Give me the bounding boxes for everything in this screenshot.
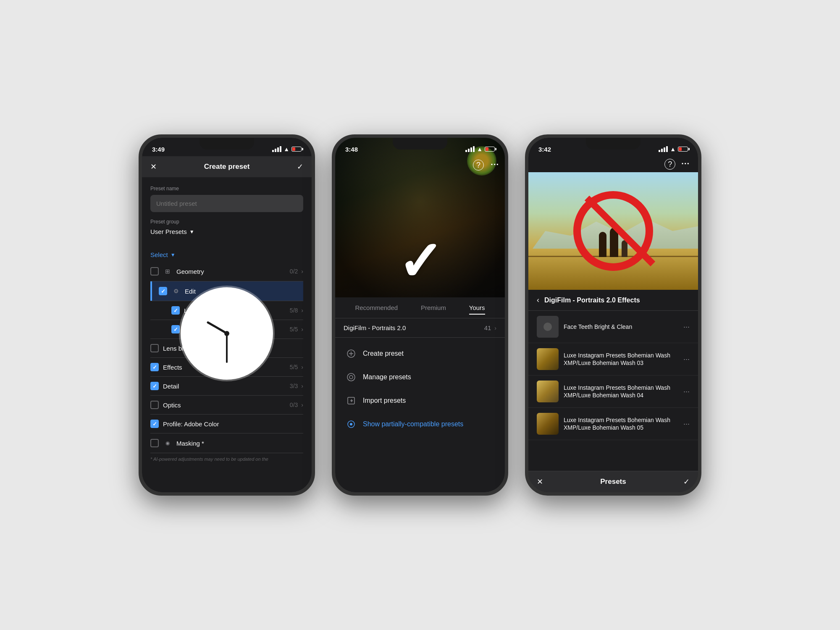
checkbox-edit[interactable] [159,287,167,295]
clock-overlay [181,287,273,380]
clock-center [224,331,229,336]
svg-point-8 [350,423,352,425]
preset-item-luxe-04[interactable]: Luxe Instagram Presets Bohemian Wash XMP… [528,375,698,408]
luxe-05-name: Luxe Instagram Presets Bohemian Wash XMP… [564,416,678,431]
battery-icon [291,147,302,152]
menu-manage-presets[interactable]: Manage presets [335,365,505,389]
detail-label: Detail [163,383,179,390]
import-presets-label: Import presets [363,397,406,404]
face-teeth-thumb [537,316,559,338]
preset-item-luxe-05[interactable]: Luxe Instagram Presets Bohemian Wash XMP… [528,408,698,440]
masking-icon: ◉ [163,438,172,448]
signal-icon-2 [465,146,475,152]
battery-icon-3 [678,147,688,152]
tab-recommended[interactable]: Recommended [355,304,398,315]
no-circle [573,191,653,271]
more-icon-2[interactable]: ··· [491,160,499,169]
bottom-bar-3: ✕ Presets ✓ [528,471,698,492]
preset-group-dropdown[interactable]: User Presets ▼ [150,228,303,235]
preset-item-face-teeth[interactable]: Face Teeth Bright & Clean ··· [528,311,698,343]
clock-minute-hand [226,333,228,363]
tab-premium[interactable]: Premium [421,304,446,315]
digifilm-preset-row[interactable]: DigiFilm - Portraits 2.0 41 › [335,318,505,338]
select-chevron-icon: ▼ [171,252,176,258]
signal-icon [272,146,281,152]
checkmark-overlay: ✓ [397,234,443,289]
geometry-chevron-icon: › [301,268,303,275]
preset-name-input[interactable] [150,195,303,212]
svg-point-4 [349,375,353,379]
menu-create-preset[interactable]: Create preset [335,342,505,365]
checkbox-geometry[interactable] [150,267,159,276]
checkbox-optics[interactable] [150,401,159,409]
tab-yours[interactable]: Yours [469,304,485,315]
status-time-1: 3:49 [152,146,165,153]
checkbox-color[interactable] [171,325,180,333]
checkbox-detail[interactable] [150,382,159,390]
masking-label: Masking * [176,440,204,447]
checkbox-lens-blur[interactable] [150,344,159,352]
preset-group-value: User Presets [150,228,187,235]
confirm-button[interactable]: ✓ [297,162,303,171]
help-icon-3[interactable]: ? [664,159,675,170]
bottom-confirm-button[interactable]: ✓ [683,477,690,486]
svg-point-3 [347,373,355,381]
geometry-label: Geometry [176,268,204,275]
optics-count: 0/3 [290,402,298,408]
edit-label: Edit [185,288,196,295]
signal-icon-3 [659,146,668,152]
settings-item-geometry[interactable]: ⊞ Geometry 0/2 › [150,262,303,281]
preset-row-count: 41 [484,324,491,331]
face-teeth-more-icon[interactable]: ··· [683,323,690,331]
more-icon-3[interactable]: ··· [681,159,690,170]
checkbox-masking[interactable] [150,439,159,447]
menu-list-2: Create preset Manage presets [335,338,505,440]
menu-show-compatible[interactable]: Show partially-compatible presets [335,412,505,436]
menu-import-presets[interactable]: Import presets [335,389,505,412]
luxe-03-name: Luxe Instagram Presets Bohemian Wash XMP… [564,352,678,367]
family-photo [528,172,698,290]
help-icon-2[interactable]: ? [473,160,484,171]
status-bar-3: 3:42 ▲ [528,138,698,156]
manage-presets-label: Manage presets [363,373,411,381]
footnote-1: * AI-powered adjustments may need to be … [142,453,312,465]
effects-chevron-icon: › [301,364,303,370]
wifi-icon-3: ▲ [670,146,676,152]
checkbox-light[interactable] [171,306,180,315]
form-section: Preset name Preset group User Presets ▼ [142,177,312,245]
luxe-03-more-icon[interactable]: ··· [683,355,690,364]
bottom-cancel-button[interactable]: ✕ [537,477,543,486]
effects-count: 5/5 [290,364,298,370]
geometry-count: 0/2 [290,268,298,275]
back-button-3[interactable]: ‹ [537,296,539,304]
checkbox-profile[interactable] [150,420,159,428]
phone-2: 3:48 ▲ ? ··· [332,134,508,496]
no-symbol-overlay [573,191,653,271]
face-teeth-name: Face Teeth Bright & Clean [564,323,678,331]
checkbox-effects[interactable] [150,363,159,371]
luxe-05-more-icon[interactable]: ··· [683,420,690,428]
settings-item-profile[interactable]: Profile: Adobe Color [150,415,303,433]
phone-3: 3:42 ▲ ? ··· [525,134,701,496]
geometry-icon: ⊞ [163,267,172,276]
detail-chevron-icon: › [301,383,303,389]
preset-item-luxe-03[interactable]: Luxe Instagram Presets Bohemian Wash XMP… [528,343,698,375]
photo-area-2: ? ··· ✓ [335,138,505,297]
preset-row-name: DigiFilm - Portraits 2.0 [344,324,406,331]
select-header[interactable]: Select ▼ [142,245,312,262]
chevron-down-icon: ▼ [189,229,194,235]
preset-row-chevron-icon: › [494,325,496,331]
settings-item-optics[interactable]: Optics 0/3 › [150,396,303,415]
panel-header-3: ‹ DigiFilm - Portraits 2.0 Effects [528,290,698,311]
bottom-bar-title: Presets [600,478,626,486]
luxe-04-more-icon[interactable]: ··· [683,387,690,396]
nav-bar-1: ✕ Create preset ✓ [142,156,312,177]
settings-item-masking[interactable]: ◉ Masking * [150,433,303,453]
show-compatible-label: Show partially-compatible presets [363,420,463,428]
status-bar-2: 3:48 ▲ [335,138,505,156]
create-preset-label: Create preset [363,350,404,357]
status-time-3: 3:42 [538,146,551,153]
close-button[interactable]: ✕ [150,162,157,171]
import-presets-icon [345,395,357,407]
phone-1: 3:49 ▲ ✕ Create preset ✓ [139,134,315,496]
